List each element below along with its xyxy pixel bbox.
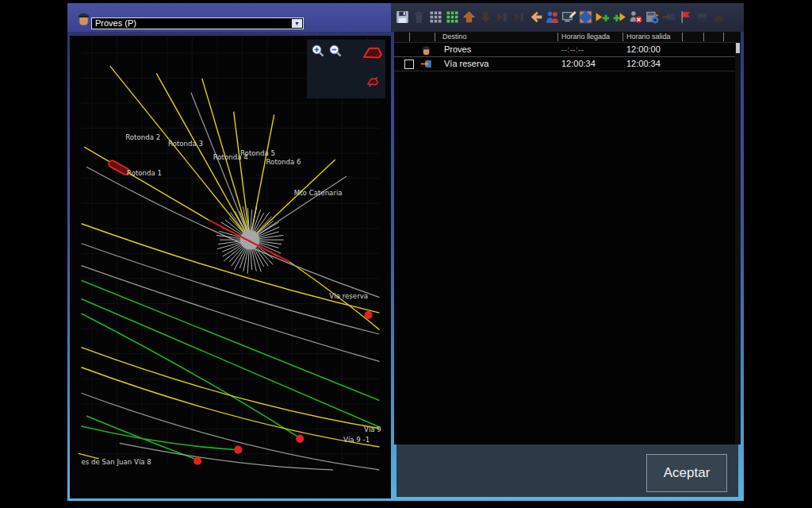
signal-dot[interactable]: [296, 435, 304, 443]
track-label: Mto Catenaria: [294, 189, 343, 197]
train-front-icon[interactable]: [695, 10, 710, 25]
flag-icon[interactable]: [678, 10, 693, 25]
skip-right-icon[interactable]: [495, 10, 510, 25]
add-forward-alt-icon[interactable]: [611, 10, 626, 25]
arrow-up-icon[interactable]: [462, 10, 477, 25]
track-label: Vía 9: [364, 425, 381, 433]
col-destino[interactable]: Destino: [442, 33, 467, 40]
footer-panel: Aceptar: [396, 444, 738, 497]
signal-dot[interactable]: [234, 446, 242, 454]
track-label: Vía reserva: [329, 292, 368, 300]
accept-button[interactable]: Aceptar: [646, 454, 727, 492]
signal-dot[interactable]: [364, 311, 372, 319]
loco-outline-icon[interactable]: [362, 42, 383, 58]
add-forward-icon[interactable]: [595, 10, 610, 25]
box-gear-icon[interactable]: [645, 10, 660, 25]
edit-screen-icon[interactable]: [561, 10, 576, 25]
map-grid: [82, 36, 380, 465]
map-tools-panel: [307, 40, 385, 98]
remove-person-icon[interactable]: [628, 10, 643, 25]
track-label: es de San Juan Vía 8: [82, 458, 151, 466]
cell-horario-llegada: --:--:--: [561, 44, 584, 54]
loco-outline-small-icon[interactable]: [364, 73, 381, 90]
cell-horario-salida: 12:00:00: [626, 44, 661, 54]
toolbar: [391, 3, 744, 32]
scrollbar-thumb[interactable]: [736, 43, 740, 53]
table-body: Proves--:--:--12:00:00Vía reserva12:00:3…: [394, 43, 741, 71]
people-icon[interactable]: [545, 10, 560, 25]
cell-destino: Vía reserva: [444, 59, 488, 68]
table-scrollbar[interactable]: [735, 42, 741, 444]
yard-map[interactable]: Rotonda 2Rotonda 3Rotonda 4Rotonda 5Roto…: [70, 36, 391, 498]
col-horario-llegada[interactable]: Horario llegada: [561, 33, 610, 40]
save-icon[interactable]: [395, 10, 410, 25]
trash-icon[interactable]: [412, 10, 427, 25]
cell-horario-llegada: 12:00:34: [561, 59, 596, 68]
driver-select-dropdown[interactable]: Proves (P) ▼: [91, 17, 304, 29]
col-horario-salida[interactable]: Horario salida: [626, 33, 671, 40]
top-bar: Proves (P) ▼: [67, 3, 391, 32]
table-header: Destino Horario llegada Horario salida: [394, 32, 741, 43]
cell-horario-salida: 12:00:34: [626, 59, 661, 68]
expand-icon[interactable]: [578, 10, 593, 25]
cell-destino: Proves: [444, 44, 471, 54]
zoom-in-icon[interactable]: [311, 44, 325, 58]
yard-map-canvas[interactable]: Rotonda 2Rotonda 3Rotonda 4Rotonda 5Roto…: [70, 36, 391, 498]
hand-pointer-icon[interactable]: [528, 10, 543, 25]
track-label: Rotonda 2: [125, 133, 160, 141]
import-box-icon[interactable]: [661, 10, 676, 25]
table-row[interactable]: Vía reserva12:00:3412:00:34: [394, 57, 741, 71]
signal-dot[interactable]: [193, 457, 201, 465]
track-label: Rotonda 5: [240, 149, 275, 157]
zoom-out-icon[interactable]: [328, 44, 343, 58]
track-label: Rotonda 6: [266, 158, 301, 166]
grid-gray-icon[interactable]: [428, 10, 443, 25]
table-row[interactable]: Proves--:--:--12:00:00: [394, 43, 741, 57]
grid-green-icon[interactable]: [445, 10, 460, 25]
schedule-table: Destino Horario llegada Horario salida P…: [394, 32, 741, 444]
driver-avatar-icon: [75, 10, 92, 26]
row-checkbox[interactable]: [404, 60, 414, 69]
arrow-down-icon[interactable]: [478, 10, 493, 25]
driver-select-value: Proves (P): [95, 18, 136, 28]
app-window: Proves (P) ▼ Rotonda 2Rotonda 3Rotonda 4…: [67, 3, 744, 501]
skip-right-alt-icon[interactable]: [511, 10, 527, 25]
track-label: Rotonda 3: [168, 140, 203, 148]
track-label: Vía 9 -1: [343, 436, 370, 444]
driver-icon: [420, 44, 432, 56]
track-label: Rotonda 1: [127, 169, 162, 177]
depot-icon[interactable]: [711, 10, 726, 25]
chevron-down-icon[interactable]: ▼: [292, 19, 302, 28]
assign-icon: [420, 58, 432, 70]
